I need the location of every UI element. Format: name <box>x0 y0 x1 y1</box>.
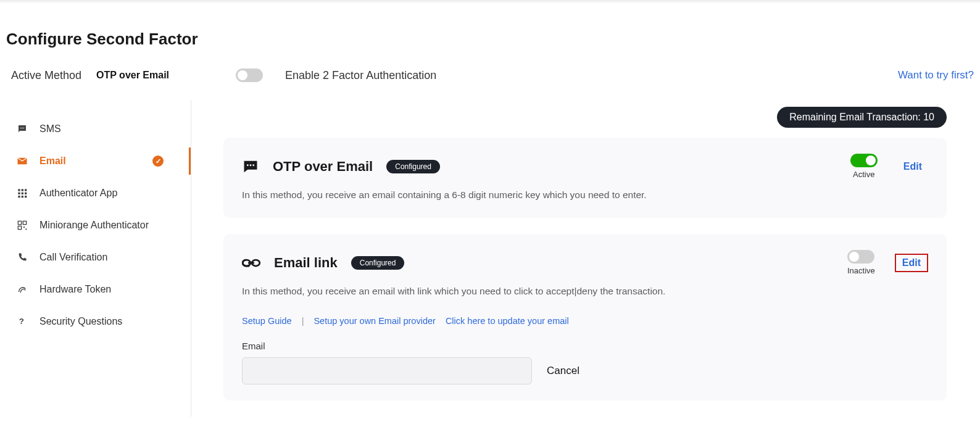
svg-point-0 <box>20 128 22 129</box>
setup-provider-link[interactable]: Setup your own Email provider <box>314 316 435 326</box>
svg-rect-6 <box>18 193 20 194</box>
sidebar-item-label: Email <box>39 156 66 167</box>
toggle-state-label: Inactive <box>847 266 875 275</box>
link-icon <box>242 256 260 270</box>
sidebar-item-sms[interactable]: SMS <box>16 113 191 145</box>
want-to-try-link[interactable]: Want to try first? <box>898 69 974 81</box>
sidebar: SMS Email ✓ Authenticator App Miniorang <box>6 101 191 417</box>
svg-rect-11 <box>25 196 27 197</box>
phone-icon <box>16 251 28 264</box>
svg-rect-8 <box>25 193 27 194</box>
svg-rect-7 <box>22 193 23 194</box>
svg-rect-10 <box>22 196 23 197</box>
svg-rect-12 <box>18 221 21 224</box>
token-icon <box>16 283 28 296</box>
svg-point-19 <box>250 164 252 166</box>
sidebar-item-security-questions[interactable]: ? Security Questions <box>16 306 191 338</box>
card-description: In this method, you receive an email wit… <box>242 284 928 298</box>
sidebar-item-authenticator-app[interactable]: Authenticator App <box>16 177 191 209</box>
svg-point-2 <box>23 128 25 129</box>
status-badge: Configured <box>386 160 440 173</box>
active-method-row: Active Method OTP over Email Enable 2 Fa… <box>6 69 974 101</box>
cancel-button[interactable]: Cancel <box>547 365 579 377</box>
question-icon: ? <box>16 315 28 328</box>
sms-icon <box>16 123 28 135</box>
svg-rect-4 <box>22 189 23 191</box>
svg-point-1 <box>22 128 23 129</box>
edit-button[interactable]: Edit <box>897 159 928 175</box>
email-field-label: Email <box>242 341 928 351</box>
edit-button[interactable]: Edit <box>895 254 928 272</box>
card-description: In this method, you receive an email con… <box>242 188 928 202</box>
svg-rect-3 <box>18 189 20 191</box>
content-area: Remaining Email Transaction: 10 OTP over… <box>191 101 974 417</box>
sidebar-item-label: Call Verification <box>39 252 107 263</box>
sidebar-item-label: Authenticator App <box>39 188 117 199</box>
svg-point-18 <box>247 164 249 166</box>
svg-rect-9 <box>18 196 20 197</box>
divider: | <box>302 316 304 326</box>
grid-icon <box>16 187 28 199</box>
card-email-link: Email link Configured Inactive Edit In t… <box>223 234 947 400</box>
card-otp-over-email: OTP over Email Configured Active Edit In… <box>223 138 947 218</box>
active-toggle[interactable] <box>847 250 874 264</box>
sidebar-item-label: Security Questions <box>39 316 122 327</box>
status-badge: Configured <box>351 256 405 270</box>
update-email-link[interactable]: Click here to update your email <box>446 316 569 326</box>
helper-links-row: Setup Guide | Setup your own Email provi… <box>242 316 928 326</box>
active-method-label: Active Method <box>11 69 81 82</box>
sidebar-item-label: SMS <box>39 123 61 135</box>
svg-rect-5 <box>25 189 27 191</box>
enable-2fa-toggle[interactable] <box>236 69 263 82</box>
svg-point-20 <box>252 164 254 166</box>
svg-rect-13 <box>23 221 26 224</box>
sidebar-item-miniorange[interactable]: Miniorange Authenticator <box>16 209 191 241</box>
message-icon <box>242 158 259 175</box>
svg-rect-14 <box>18 226 21 229</box>
sidebar-item-label: Miniorange Authenticator <box>39 220 149 231</box>
enable-2fa-label: Enable 2 Factor Authentication <box>285 69 436 82</box>
card-title: Email link <box>274 255 338 271</box>
setup-guide-link[interactable]: Setup Guide <box>242 316 292 326</box>
remaining-transaction-badge: Remaining Email Transaction: 10 <box>777 107 947 128</box>
check-icon: ✓ <box>152 156 164 167</box>
card-title: OTP over Email <box>273 159 373 175</box>
active-toggle[interactable] <box>850 154 878 167</box>
svg-rect-16 <box>25 228 27 230</box>
sidebar-item-hardware[interactable]: Hardware Token <box>16 273 191 306</box>
sidebar-item-call[interactable]: Call Verification <box>16 241 191 273</box>
email-input[interactable] <box>242 357 532 385</box>
sidebar-item-email[interactable]: Email ✓ <box>16 145 191 177</box>
svg-rect-15 <box>23 227 25 228</box>
sidebar-item-label: Hardware Token <box>39 284 111 295</box>
active-method-value: OTP over Email <box>96 70 169 81</box>
email-icon <box>16 155 28 167</box>
toggle-state-label: Active <box>853 170 874 179</box>
qr-icon <box>16 219 28 231</box>
page-title: Configure Second Factor <box>6 30 974 49</box>
svg-text:?: ? <box>19 317 24 326</box>
